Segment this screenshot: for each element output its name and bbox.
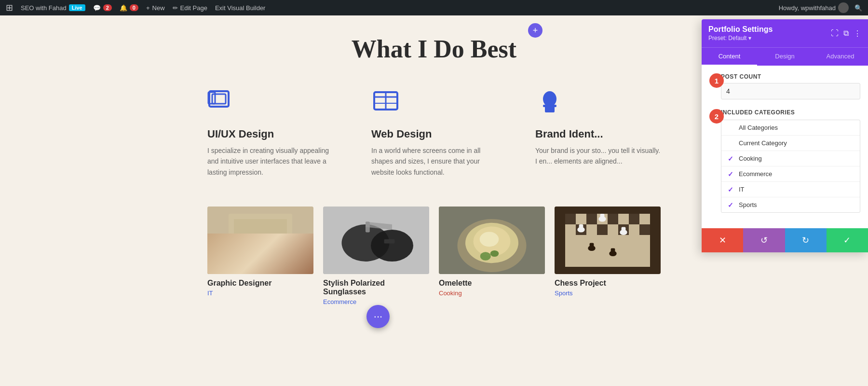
svg-rect-31: [608, 214, 618, 224]
panel-header: Portfolio Settings Preset: Default ▾ ⛶ ⧉…: [702, 19, 868, 47]
svg-rect-13: [234, 219, 287, 251]
panel-body: 1 Post Count 2 Included Categories All C…: [702, 66, 868, 228]
search-icon: 🔍: [854, 4, 862, 12]
settings-panel: Portfolio Settings Preset: Default ▾ ⛶ ⧉…: [702, 19, 868, 252]
save-button[interactable]: ✓: [827, 228, 868, 252]
plus-icon: +: [533, 26, 538, 36]
svg-rect-46: [611, 248, 615, 255]
portfolio-thumb-1: [323, 207, 429, 274]
category-cooking-label: Cooking: [739, 155, 762, 162]
search-button[interactable]: 🔍: [854, 4, 862, 12]
admin-bar-right: Howdy, wpwithfahad 🔍: [779, 2, 862, 13]
add-module-button[interactable]: +: [528, 23, 542, 38]
site-name-label: SEO with Fahad: [21, 4, 67, 12]
uiux-desc: I specialize in creating visually appeal…: [207, 145, 333, 178]
svg-rect-40: [600, 214, 605, 220]
fullscreen-icon[interactable]: ⛶: [831, 29, 839, 38]
svg-point-24: [480, 232, 499, 247]
portfolio-item-2: Omelette Cooking: [439, 207, 545, 305]
fab-menu-button[interactable]: ···: [366, 305, 390, 328]
comments-icon: 💬: [93, 4, 101, 12]
svg-rect-44: [590, 243, 594, 249]
undo-button[interactable]: ↺: [743, 228, 785, 252]
wp-logo-icon[interactable]: ⊞: [6, 2, 13, 13]
step-2-badge: 2: [709, 109, 724, 124]
panel-preset[interactable]: Preset: Default ▾: [708, 35, 773, 41]
post-count-section: 1 Post Count: [709, 73, 860, 99]
category-ecommerce-label: Ecommerce: [739, 170, 772, 178]
category-all-label: All Categories: [739, 124, 778, 131]
user-avatar: [838, 2, 849, 13]
uiux-icon: [207, 87, 333, 120]
post-count-label: Post Count: [721, 73, 860, 80]
redo-button[interactable]: ↻: [785, 228, 827, 252]
category-cooking-check: [727, 155, 734, 162]
more-icon[interactable]: ⋮: [854, 29, 861, 38]
portfolio-thumb-3: [555, 207, 661, 274]
svg-rect-42: [622, 227, 626, 234]
category-all[interactable]: All Categories: [721, 120, 860, 136]
webdesign-desc: In a world where screens come in all sha…: [371, 145, 497, 178]
category-ecommerce[interactable]: Ecommerce: [721, 166, 860, 182]
portfolio-category-0[interactable]: IT: [207, 290, 313, 297]
edit-page-link[interactable]: ✏ Edit Page: [173, 4, 207, 12]
services-section: UI/UX Design I specialize in creating vi…: [169, 73, 699, 192]
portfolio-item-0: Graphic Designer IT: [207, 207, 313, 305]
site-name[interactable]: SEO with Fahad Live: [21, 4, 85, 12]
brand-icon: [535, 87, 661, 120]
svg-rect-11: [207, 235, 313, 274]
svg-rect-17: [384, 239, 395, 244]
portfolio-thumb-0: [207, 207, 313, 274]
service-item-webdesign: Web Design In a world where screens come…: [371, 87, 497, 178]
new-button[interactable]: + New: [146, 4, 165, 12]
tab-content[interactable]: Content: [702, 48, 757, 66]
svg-rect-30: [586, 214, 597, 224]
plus-icon: +: [146, 4, 150, 12]
portfolio-thumb-2: [439, 207, 545, 274]
category-cooking[interactable]: Cooking: [721, 151, 860, 166]
category-sports[interactable]: Sports: [721, 197, 860, 212]
new-label: New: [152, 4, 165, 12]
comments-link[interactable]: 💬 2: [93, 4, 112, 12]
portfolio-title-1: Stylish Polarized Sunglasses: [323, 279, 429, 296]
user-greeting[interactable]: Howdy, wpwithfahad: [779, 2, 849, 13]
cancel-button[interactable]: ✕: [702, 228, 743, 252]
svg-rect-29: [565, 214, 576, 224]
portfolio-title-0: Graphic Designer: [207, 279, 313, 288]
brand-title: Brand Ident...: [535, 128, 661, 140]
exit-builder-link[interactable]: Exit Visual Builder: [215, 4, 266, 12]
panel-header-info: Portfolio Settings Preset: Default ▾: [708, 25, 773, 41]
categories-list: All Categories Current Category Cooking …: [721, 120, 860, 213]
user-label: Howdy, wpwithfahad: [779, 4, 836, 12]
columns-icon[interactable]: ⧉: [843, 29, 849, 38]
service-item-brand: Brand Ident... Your brand is your sto...…: [535, 87, 661, 178]
svg-rect-9: [543, 105, 556, 107]
category-sports-label: Sports: [739, 201, 757, 208]
svg-rect-32: [629, 214, 639, 224]
category-it-check: [727, 186, 734, 193]
portfolio-title-3: Chess Project: [555, 279, 661, 288]
svg-rect-38: [579, 224, 583, 231]
post-count-input[interactable]: [721, 83, 860, 99]
svg-rect-36: [639, 224, 650, 235]
webdesign-icon: [371, 87, 497, 120]
portfolio-category-2[interactable]: Cooking: [439, 290, 545, 297]
exit-label: Exit Visual Builder: [215, 4, 266, 12]
tab-design[interactable]: Design: [757, 48, 813, 66]
category-current[interactable]: Current Category: [721, 136, 860, 151]
svg-point-26: [490, 250, 499, 257]
panel-tabs: Content Design Advanced: [702, 47, 868, 66]
category-it-label: IT: [739, 186, 745, 193]
comments-count: 2: [103, 4, 112, 11]
uiux-title: UI/UX Design: [207, 128, 333, 140]
portfolio-section: Graphic Designer IT Stylish Polarized Su…: [169, 192, 699, 320]
portfolio-category-3[interactable]: Sports: [555, 290, 661, 297]
svg-point-25: [480, 252, 491, 261]
updates-link[interactable]: 🔔 0: [120, 4, 138, 12]
tab-advanced[interactable]: Advanced: [813, 48, 868, 66]
category-sports-check: [727, 202, 734, 208]
portfolio-category-1[interactable]: Ecommerce: [323, 298, 429, 305]
category-it[interactable]: IT: [721, 182, 860, 197]
brand-desc: Your brand is your sto... you tell it vi…: [535, 145, 661, 167]
service-item-uiux: UI/UX Design I specialize in creating vi…: [207, 87, 333, 178]
